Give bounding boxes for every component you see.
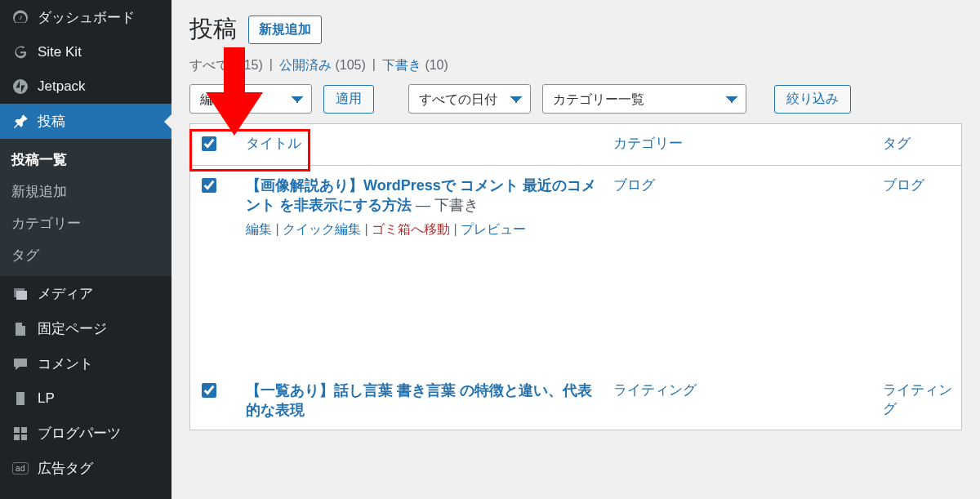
post-title-link[interactable]: 【画像解説あり】WordPressで コメント 最近のコメント を非表示にする方…	[246, 177, 596, 213]
row-actions: 編集 | クイック編集 | ゴミ箱へ移動 | プレビュー	[246, 221, 597, 238]
row-checkbox[interactable]	[202, 383, 216, 398]
tag-link[interactable]: ブログ	[883, 177, 924, 193]
ad-icon: ad	[11, 460, 29, 478]
filter-button[interactable]: 絞り込み	[774, 85, 851, 114]
category-link[interactable]: ライティング	[613, 382, 697, 398]
post-title-link[interactable]: 【一覧あり】話し言葉 書き言葉 の特徴と違い、代表的な表現	[246, 382, 592, 418]
sidebar-item-jetpack[interactable]: Jetpack	[0, 69, 172, 104]
pushpin-icon	[11, 113, 29, 131]
filter-all-count: (115)	[232, 58, 262, 72]
col-category: カテゴリー	[605, 124, 875, 166]
sidebar-sub-all-posts[interactable]: 投稿一覧	[0, 144, 172, 176]
status-badge: — 下書き	[412, 197, 479, 213]
comment-icon	[11, 355, 29, 373]
col-tag: タグ	[875, 124, 962, 166]
category-link[interactable]: ブログ	[613, 177, 655, 193]
row-checkbox[interactable]	[202, 178, 216, 193]
page-title: 投稿	[189, 13, 237, 46]
jetpack-icon	[11, 78, 29, 96]
main-content: 投稿 新規追加 すべて (115) | 公開済み (105) | 下書き (10…	[172, 0, 980, 499]
sidebar-item-posts[interactable]: 投稿	[0, 104, 172, 139]
status-filters: すべて (115) | 公開済み (105) | 下書き (10)	[189, 57, 962, 74]
google-g-icon	[11, 43, 29, 61]
sidebar-label: 広告タグ	[38, 459, 93, 478]
filter-published[interactable]: 公開済み	[279, 58, 332, 72]
sidebar-item-pages[interactable]: 固定ページ	[0, 311, 172, 346]
filter-all-label[interactable]: すべて	[189, 58, 229, 72]
sidebar-item-dashboard[interactable]: ダッシュボード	[0, 0, 172, 35]
table-row	[190, 248, 962, 371]
col-title[interactable]: タイトル	[238, 124, 605, 166]
sidebar-label: ダッシュボード	[38, 8, 135, 27]
sidebar-submenu-posts: 投稿一覧 新規追加 カテゴリー タグ	[0, 139, 172, 276]
sidebar-label: 投稿	[38, 112, 65, 131]
sidebar-item-media[interactable]: メディア	[0, 276, 172, 311]
table-row: 【一覧あり】話し言葉 書き言葉 の特徴と違い、代表的な表現 ライティング ライテ…	[190, 371, 962, 430]
filter-draft[interactable]: 下書き	[382, 58, 421, 72]
grid-icon	[11, 425, 29, 443]
sidebar-item-lp[interactable]: LP	[0, 381, 172, 416]
category-filter-select[interactable]: カテゴリー一覧	[542, 84, 746, 114]
sidebar-label: メディア	[38, 284, 93, 303]
sidebar-label: Jetpack	[38, 78, 86, 95]
tag-link[interactable]: ライティング	[883, 382, 952, 417]
sidebar-item-comments[interactable]: コメント	[0, 346, 172, 381]
edit-link[interactable]: 編集	[246, 222, 272, 236]
posts-table: タイトル カテゴリー タグ 【画像解説あり】WordPressで コメント 最近…	[189, 123, 962, 430]
apply-button[interactable]: 適用	[323, 85, 374, 114]
sidebar-label: ブログパーツ	[38, 424, 121, 443]
document-icon	[11, 390, 29, 408]
quickedit-link[interactable]: クイック編集	[283, 222, 361, 236]
date-filter-select[interactable]: すべての日付	[408, 84, 531, 114]
media-icon	[11, 285, 29, 303]
sidebar-label: Site Kit	[38, 44, 82, 60]
filter-draft-count: (10)	[425, 58, 448, 72]
sidebar-item-sitekit[interactable]: Site Kit	[0, 35, 172, 69]
sidebar-sub-categories[interactable]: カテゴリー	[0, 207, 172, 239]
preview-link[interactable]: プレビュー	[461, 222, 526, 236]
gauge-icon	[11, 9, 29, 27]
add-new-button[interactable]: 新規追加	[248, 16, 322, 44]
trash-link[interactable]: ゴミ箱へ移動	[372, 222, 450, 236]
sidebar-label: LP	[38, 390, 55, 407]
bulk-action-select[interactable]: 編	[189, 84, 312, 114]
sidebar-label: コメント	[38, 354, 93, 373]
table-row: 【画像解説あり】WordPressで コメント 最近のコメント を非表示にする方…	[190, 166, 962, 249]
page-icon	[11, 320, 29, 338]
sidebar-label: 固定ページ	[38, 319, 107, 338]
sidebar-sub-add-new[interactable]: 新規追加	[0, 176, 172, 207]
filter-published-count: (105)	[335, 58, 365, 72]
select-all-checkbox[interactable]	[202, 136, 216, 151]
sidebar-sub-tags[interactable]: タグ	[0, 239, 172, 271]
admin-sidebar: ダッシュボード Site Kit Jetpack 投稿 投稿一覧 新規追加 カテ…	[0, 0, 172, 499]
svg-point-0	[13, 79, 28, 94]
sidebar-item-blogparts[interactable]: ブログパーツ	[0, 416, 172, 451]
sidebar-item-adtag[interactable]: ad 広告タグ	[0, 451, 172, 486]
